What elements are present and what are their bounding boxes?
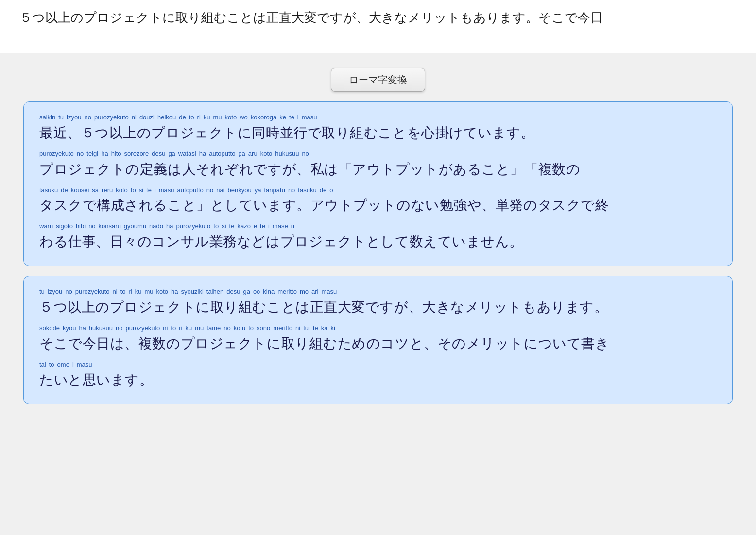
romaji-word: waru <box>39 222 53 231</box>
romaji-word: tui <box>303 324 310 333</box>
romaji-word: to <box>213 222 219 231</box>
romaji-word: saikin <box>39 114 55 122</box>
romaji-word: aru <box>248 150 258 158</box>
kanji-line: タスクで構成されること」としています。アウトプットのない勉強や、単発のタスクで終 <box>39 195 717 216</box>
romaji-word: wo <box>240 114 248 122</box>
romaji-line: sokodekyouhahukusuunopurozyekutonitoriku… <box>39 324 717 333</box>
romaji-word: ni <box>295 324 300 333</box>
romaji-word: ha <box>101 150 108 158</box>
romaji-word: no <box>206 186 213 195</box>
kanji-line: そこで今日は、複数のプロジェクトに取り組むためのコツと、そのメリットについて書き <box>39 334 717 354</box>
romaji-word: sorezore <box>124 150 149 158</box>
romaji-word: to <box>189 114 194 122</box>
romaji-word: purozyekuto <box>125 324 160 333</box>
romaji-line: tasukudekouseisarerukototositeimasuautop… <box>39 186 717 195</box>
romaji-word: syouziki <box>181 288 204 296</box>
romaji-word: o <box>329 186 333 195</box>
romaji-word: no <box>88 222 95 231</box>
romaji-word: to <box>49 361 54 369</box>
romaji-word: no <box>116 324 122 333</box>
romaji-word: tasuku <box>39 186 58 195</box>
romaji-word: tame <box>206 324 221 333</box>
romaji-word: izyou <box>67 114 81 122</box>
romaji-word: ga <box>168 150 175 158</box>
romaji-line: warusigotohibinokonsarugyoumunadohapuroz… <box>39 222 717 231</box>
romaji-word: kazo <box>237 222 250 231</box>
button-section: ローマ字変換 <box>0 53 756 101</box>
romaji-word: masu <box>159 186 174 195</box>
kanji-line: わる仕事、日々のコンサル業務などはプロジェクトとして数えていません。 <box>39 232 717 252</box>
romaji-word: i <box>155 186 156 195</box>
romaji-word: gyoumu <box>124 222 146 231</box>
romaji-word: hukusuu <box>89 324 113 333</box>
text-pair: taitoomoimasuたいと思います。 <box>39 361 717 390</box>
romaji-word: te <box>313 324 318 333</box>
kanji-line: 最近、５つ以上のプロジェクトに同時並行で取り組むことを心掛けています。 <box>39 123 717 143</box>
romaji-word: hukusuu <box>275 150 299 158</box>
romaji-word: purozyekuto <box>176 222 211 231</box>
romaji-word: de <box>320 186 326 195</box>
romaji-word: sono <box>257 324 270 333</box>
romaji-word: ke <box>279 114 286 122</box>
romaji-word: koto <box>260 150 273 158</box>
romaji-word: purozyekuto <box>94 114 129 122</box>
kanji-line: プロジェクトの定義は人それぞれですが、私は「アウトプットがあること」「複数の <box>39 159 717 180</box>
romaji-word: meritto <box>277 288 297 296</box>
romaji-word: sokode <box>39 324 60 333</box>
romaji-word: si <box>139 186 143 195</box>
romaji-word: no <box>77 150 84 158</box>
romaji-word: ku <box>186 324 192 333</box>
romaji-word: tu <box>39 288 45 296</box>
romaji-word: kina <box>263 288 275 296</box>
romaji-word: ni <box>113 288 118 296</box>
kanji-line: ５つ以上のプロジェクトに取り組むことは正直大変ですが、大きなメリットもあります。 <box>39 297 717 318</box>
romaji-word: ga <box>238 150 245 158</box>
romaji-word: mu <box>195 324 204 333</box>
romaji-word: to <box>248 324 254 333</box>
romaji-word: no <box>223 324 230 333</box>
romaji-word: no <box>65 288 72 296</box>
romaji-word: desu <box>152 150 165 158</box>
romaji-word: ri <box>197 114 201 122</box>
romaji-word: ri <box>179 324 182 333</box>
romaji-word: mase <box>273 222 288 231</box>
romaji-word: kyou <box>63 324 76 333</box>
romaji-word: ri <box>128 288 132 296</box>
romaji-word: to <box>171 324 176 333</box>
romaji-word: nado <box>149 222 163 231</box>
romaji-word: tanpatu <box>264 186 285 195</box>
romaji-word: heikou <box>157 114 176 122</box>
romaji-word: ku <box>204 114 210 122</box>
romaji-word: ka <box>321 324 328 333</box>
romaji-word: konsaru <box>99 222 121 231</box>
romaji-word: n <box>291 222 294 231</box>
romaji-word: kokoroga <box>251 114 276 122</box>
romaji-word: omo <box>57 361 69 369</box>
romaji-line: saikintuizyounopurozyekutonidouziheikoud… <box>39 114 717 122</box>
romaji-word: ku <box>135 288 142 296</box>
romaji-word: koto <box>225 114 237 122</box>
romaji-line: taitoomoimasu <box>39 361 717 369</box>
romaji-word: de <box>179 114 186 122</box>
main-input-textarea[interactable]: ５つ以上のプロジェクトに取り組むことは正直大変ですが、大きなメリットもあります。… <box>19 9 737 44</box>
romaji-word: ni <box>132 114 137 122</box>
romaji-word: kousei <box>71 186 89 195</box>
romaji-word: hibi <box>76 222 86 231</box>
romaji-word: masu <box>321 288 337 296</box>
romaji-word: te <box>260 222 265 231</box>
romaji-word: oo <box>253 288 260 296</box>
romaji-word: masu <box>302 114 317 122</box>
romaji-line: purozyekutonoteigihahitosorezoredesugawa… <box>39 150 717 158</box>
kanji-line: たいと思います。 <box>39 370 717 390</box>
romaji-word: izyou <box>48 288 62 296</box>
romaji-convert-button[interactable]: ローマ字変換 <box>331 68 425 92</box>
text-pair: tuizyounopurozyekutonitorikumukotohasyou… <box>39 288 717 318</box>
romaji-word: taihen <box>206 288 223 296</box>
romaji-word: tai <box>39 361 46 369</box>
romaji-word: ari <box>311 288 318 296</box>
romaji-word: mo <box>300 288 309 296</box>
romaji-word: i <box>72 361 74 369</box>
romaji-word: ki <box>330 324 335 333</box>
romaji-word: koto <box>156 288 168 296</box>
romaji-word: te <box>146 186 152 195</box>
